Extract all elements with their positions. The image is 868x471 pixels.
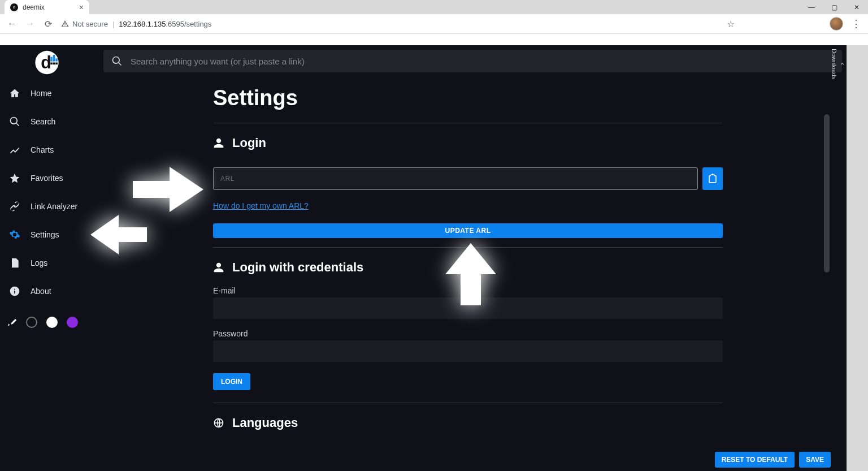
svg-rect-4: [55, 58, 58, 61]
profile-avatar[interactable]: [830, 17, 843, 31]
star-icon: [9, 172, 20, 184]
login-button[interactable]: LOGIN: [213, 373, 250, 390]
window-close-button[interactable]: ✕: [845, 0, 868, 14]
not-secure-badge: Not secure: [61, 20, 108, 28]
home-icon: [9, 88, 20, 99]
window-controls: — ▢ ✕: [800, 0, 868, 14]
sidebar-item-about[interactable]: About: [0, 277, 99, 305]
sidebar-item-label: Link Analyzer: [31, 202, 77, 211]
tab-favicon: d: [10, 3, 18, 11]
chevron-left-icon: ‹: [839, 63, 847, 65]
sidebar-item-charts[interactable]: Charts: [0, 136, 99, 164]
arl-row: [213, 167, 723, 190]
content: Settings Login How do I get my own ARL? …: [213, 86, 723, 430]
save-button[interactable]: SAVE: [799, 452, 831, 468]
warning-icon: [61, 20, 69, 28]
sidebar-item-label: Home: [31, 89, 51, 98]
tab-close-icon[interactable]: ×: [79, 3, 84, 12]
section-creds-header: Login with credentials: [213, 260, 723, 275]
not-secure-label: Not secure: [72, 20, 108, 28]
browser-menu-icon[interactable]: ⋮: [851, 18, 861, 30]
divider: [213, 247, 723, 248]
sidebar-item-link-analyzer[interactable]: Link Analyzer: [0, 192, 99, 221]
search-icon: [9, 116, 20, 127]
svg-rect-7: [55, 62, 58, 64]
section-creds-title: Login with credentials: [232, 260, 363, 275]
person-icon: [213, 262, 224, 273]
sidebar-item-home[interactable]: Home: [0, 79, 99, 107]
sidebar-item-label: Charts: [31, 145, 54, 154]
sidebar-item-label: Logs: [31, 258, 47, 267]
sidebar-item-label: Settings: [31, 230, 59, 239]
search-bar[interactable]: [103, 50, 842, 72]
sidebar-item-favorites[interactable]: Favorites: [0, 164, 99, 192]
sidebar-item-label: About: [31, 287, 51, 296]
update-arl-button[interactable]: UPDATE ARL: [213, 223, 723, 238]
svg-rect-3: [53, 55, 55, 62]
sidebar-item-label: Favorites: [31, 174, 63, 183]
forward-icon[interactable]: →: [25, 19, 35, 29]
app-root: d Home Search Charts: [0, 45, 847, 471]
sidebar-item-settings[interactable]: Settings: [0, 221, 99, 249]
link-icon: [9, 201, 20, 212]
bookmark-star-icon[interactable]: ☆: [727, 19, 735, 29]
clipboard-icon: [708, 174, 718, 184]
gear-icon: [9, 229, 20, 240]
browser-toolbar: ← → ⟳ Not secure | 192.168.1.135:6595/se…: [0, 14, 868, 34]
theme-light-swatch[interactable]: [46, 317, 58, 328]
theme-switcher: [0, 311, 99, 334]
reset-default-button[interactable]: RESET TO DEFAULT: [715, 452, 795, 468]
section-languages-title: Languages: [232, 416, 298, 430]
theme-purple-swatch[interactable]: [67, 317, 78, 328]
browser-titlebar: d deemix × — ▢ ✕: [0, 0, 868, 14]
page-title: Settings: [213, 86, 723, 110]
reload-icon[interactable]: ⟳: [43, 19, 53, 29]
sidebar-item-label: Search: [31, 117, 55, 126]
content-scrollbar[interactable]: [824, 114, 830, 471]
brush-icon: [7, 317, 17, 327]
sidebar-item-logs[interactable]: Logs: [0, 249, 99, 277]
paste-clipboard-button[interactable]: [702, 167, 723, 190]
search-input[interactable]: [131, 57, 834, 66]
sidebar-item-search[interactable]: Search: [0, 107, 99, 136]
url-text: 192.168.1.135:6595/settings: [119, 20, 211, 28]
svg-rect-6: [53, 62, 55, 64]
arl-input[interactable]: [213, 167, 698, 190]
footer-actions: RESET TO DEFAULT SAVE: [715, 452, 831, 468]
address-bar[interactable]: Not secure | 192.168.1.135:6595/settings: [61, 20, 719, 28]
section-languages-header: Languages: [213, 416, 723, 430]
email-input[interactable]: [213, 297, 723, 319]
downloads-panel-toggle[interactable]: ‹ Downloads: [836, 46, 847, 79]
charts-icon: [9, 144, 20, 155]
globe-icon: [213, 417, 224, 429]
scrollbar-thumb[interactable]: [824, 114, 830, 273]
password-input[interactable]: [213, 340, 723, 362]
password-label: Password: [213, 329, 723, 338]
theme-dark-swatch[interactable]: [26, 317, 37, 328]
app-logo: d: [0, 45, 99, 79]
email-label: E-mail: [213, 286, 723, 295]
tab-title: deemix: [23, 3, 45, 11]
search-icon: [111, 55, 123, 67]
sidebar: d Home Search Charts: [0, 45, 99, 471]
document-icon: [9, 257, 20, 269]
section-login-header: Login: [213, 136, 723, 150]
window-maximize-button[interactable]: ▢: [823, 0, 845, 14]
person-icon: [213, 137, 224, 149]
divider: [213, 403, 723, 403]
browser-tab[interactable]: d deemix ×: [5, 0, 89, 14]
downloads-label: Downloads: [831, 49, 837, 79]
svg-rect-5: [50, 62, 53, 64]
info-icon: [9, 286, 20, 297]
svg-text:d: d: [41, 53, 51, 72]
back-icon[interactable]: ←: [7, 19, 17, 29]
arl-help-link[interactable]: How do I get my own ARL?: [213, 201, 309, 210]
divider: [213, 123, 723, 123]
window-minimize-button[interactable]: —: [800, 0, 823, 14]
content-scroll: Settings Login How do I get my own ARL? …: [103, 75, 842, 471]
main-area: Settings Login How do I get my own ARL? …: [99, 45, 847, 471]
section-login-title: Login: [232, 136, 266, 150]
svg-rect-2: [50, 57, 53, 61]
